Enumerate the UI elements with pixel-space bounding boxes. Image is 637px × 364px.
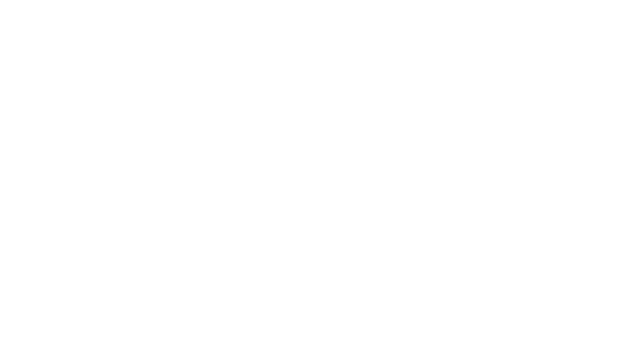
sequence-diagram xyxy=(0,0,637,364)
